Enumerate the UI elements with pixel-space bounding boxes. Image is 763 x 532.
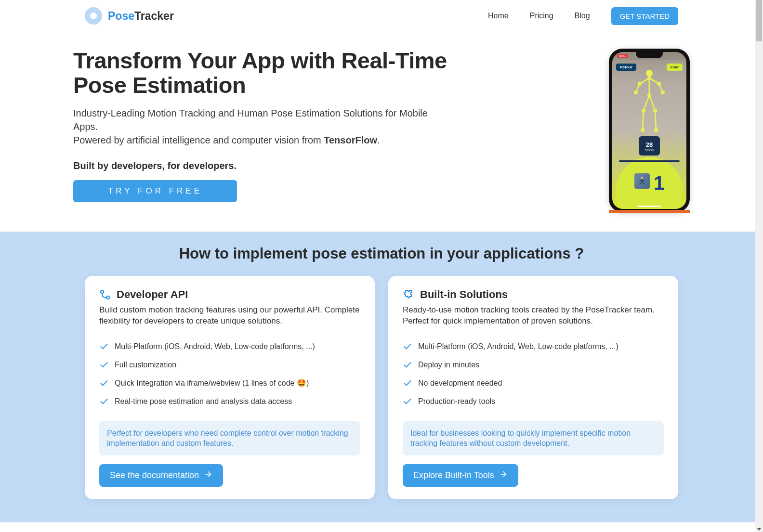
check-icon — [99, 378, 109, 388]
check-icon — [403, 378, 412, 388]
hero-subtitle-line2-pre: Powered by artificial intelligence and c… — [73, 135, 324, 145]
phone-circle: 1 — [616, 157, 683, 209]
check-icon — [99, 360, 109, 370]
check-icon — [403, 342, 412, 351]
phone-counter-value: 28 — [646, 141, 653, 148]
feature-text: Real-time pose estimation and analysis d… — [115, 397, 292, 406]
implement-section: How to implement pose estimation in your… — [0, 232, 763, 522]
list-item: No development needed — [403, 374, 664, 392]
nav-blog[interactable]: Blog — [575, 12, 590, 20]
svg-line-6 — [643, 111, 644, 130]
primary-nav: Home Pricing Blog GET STARTED — [488, 7, 678, 25]
hero-subtitle: Industry-Leading Motion Tracking and Hum… — [73, 106, 449, 147]
see-documentation-button[interactable]: See the documentation — [99, 464, 223, 487]
puzzle-icon — [403, 289, 414, 300]
feature-text: Quick Integration via iframe/webview (1 … — [115, 378, 309, 388]
hero-subtitle-line2-post: . — [377, 135, 380, 145]
phone-rep-count: 1 — [654, 173, 664, 193]
list-item: Multi-Platform (iOS, Android, Web, Low-c… — [99, 337, 360, 356]
svg-point-16 — [642, 109, 645, 113]
list-item: Production-ready tools — [403, 392, 664, 411]
feature-text: Multi-Platform (iOS, Android, Web, Low-c… — [115, 342, 315, 351]
hero-tagline: Built by developers, for developers. — [73, 160, 590, 171]
feature-text: Deploy in minutes — [418, 361, 479, 369]
hero-title: Transform Your App with Real-Time Pose E… — [73, 49, 478, 98]
check-icon — [403, 397, 412, 406]
svg-line-5 — [644, 95, 649, 111]
list-item: Deploy in minutes — [403, 356, 664, 374]
nav-pricing[interactable]: Pricing — [530, 12, 553, 20]
try-for-free-button[interactable]: TRY FOR FREE — [73, 180, 237, 202]
svg-point-14 — [661, 91, 665, 94]
feature-text: Full customization — [115, 361, 176, 369]
svg-point-18 — [653, 109, 657, 113]
hero-section: Transform Your App with Real-Time Pose E… — [73, 32, 690, 232]
site-header: PoseTracker Home Pricing Blog GET STARTE… — [0, 0, 763, 32]
card-title: Built-in Solutions — [420, 288, 508, 301]
feature-text: Multi-Platform (iOS, Android, Web, Low-c… — [418, 342, 618, 351]
arrow-right-icon — [499, 470, 508, 481]
phone-finir-pill: Finir — [667, 64, 683, 71]
get-started-button[interactable]: GET STARTED — [611, 7, 678, 25]
hero-text: Transform Your App with Real-Time Pose E… — [73, 49, 590, 212]
feature-text: No development needed — [418, 379, 502, 388]
list-item: Multi-Platform (iOS, Android, Web, Low-c… — [403, 337, 664, 356]
logo-text: PoseTracker — [108, 10, 174, 23]
svg-point-12 — [634, 91, 638, 94]
phone-mockup: 16:53 Retour Finir — [609, 49, 690, 212]
list-item: Quick Integration via iframe/webview (1 … — [99, 374, 360, 392]
implement-heading: How to implement pose estimation in your… — [85, 245, 678, 262]
svg-point-10 — [647, 76, 651, 80]
branch-icon — [99, 289, 111, 300]
svg-line-7 — [649, 95, 655, 111]
hero-subtitle-line1: Industry-Leading Motion Tracking and Hum… — [73, 108, 428, 132]
svg-point-15 — [647, 93, 651, 97]
arrow-right-icon — [204, 470, 212, 481]
nav-home[interactable]: Home — [488, 12, 509, 20]
card-developer-api: Developer API Build custom motion tracki… — [85, 276, 375, 499]
card-features: Multi-Platform (iOS, Android, Web, Low-c… — [403, 337, 664, 411]
check-icon — [99, 397, 109, 406]
svg-point-11 — [638, 82, 642, 86]
phone-exercise-thumb-icon — [634, 173, 650, 189]
phone-counter: 28 seconds — [639, 136, 660, 156]
feature-text: Production-ready tools — [418, 397, 495, 406]
logo[interactable]: PoseTracker — [85, 7, 174, 25]
card-callout: Perfect for developers who need complete… — [99, 421, 360, 455]
phone-time: 16:53 — [617, 54, 628, 58]
card-features: Multi-Platform (iOS, Android, Web, Low-c… — [99, 337, 360, 411]
phone-counter-label: seconds — [645, 148, 654, 151]
svg-point-19 — [654, 128, 658, 132]
brand-part2: Tracker — [134, 10, 174, 22]
card-desc: Ready-to-use motion tracking tools creat… — [403, 305, 664, 327]
list-item: Full customization — [99, 356, 360, 374]
svg-line-8 — [655, 111, 656, 130]
card-cta-label: Explore Built-in Tools — [413, 470, 494, 480]
card-built-in-solutions: Built-in Solutions Ready-to-use motion t… — [388, 276, 678, 499]
phone-retour-pill: Retour — [616, 64, 636, 71]
cards-grid: Developer API Build custom motion tracki… — [85, 276, 678, 499]
card-desc: Build custom motion tracking features us… — [99, 305, 360, 327]
hero-subtitle-strong: TensorFlow — [324, 135, 377, 145]
card-cta-label: See the documentation — [110, 470, 199, 480]
svg-point-9 — [646, 70, 653, 77]
svg-point-17 — [641, 128, 645, 132]
brand-part1: Pose — [108, 10, 134, 22]
logo-mark-icon — [85, 7, 102, 25]
svg-point-13 — [657, 82, 661, 86]
card-callout: Ideal for businesses looking to quickly … — [403, 421, 664, 455]
check-icon — [99, 342, 109, 351]
card-title: Developer API — [117, 288, 188, 301]
check-icon — [403, 360, 412, 370]
scrollbar-vertical[interactable] — [755, 0, 763, 522]
pose-skeleton-icon — [631, 67, 668, 137]
scrollbar-thumb[interactable] — [756, 0, 762, 41]
explore-tools-button[interactable]: Explore Built-in Tools — [403, 464, 518, 487]
list-item: Real-time pose estimation and analysis d… — [99, 392, 360, 411]
